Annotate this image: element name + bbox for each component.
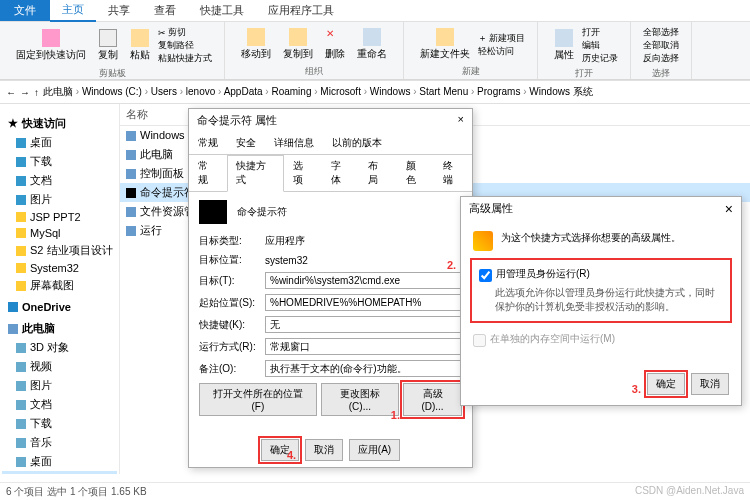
dlg-tab[interactable]: 常规 [189,132,227,154]
tab-share[interactable]: 共享 [96,0,142,21]
sidebar-item[interactable]: 图片 [2,190,117,209]
crumb[interactable]: Users [151,86,186,97]
copyto-button[interactable]: 复制到 [279,26,317,63]
crumb[interactable]: Programs [477,86,529,97]
group-open: 打开 [575,67,593,80]
tab-app-tools[interactable]: 应用程序工具 [256,0,346,21]
separate-memory-checkbox [473,334,486,347]
target-type: 应用程序 [265,234,305,248]
sidebar-item[interactable]: MySql [2,225,117,241]
quick-access[interactable]: ★ 快速访问 [2,114,117,133]
sidebar-item[interactable]: 桌面 [2,133,117,152]
ribbon-tabs: 文件 主页 共享 查看 快捷工具 应用程序工具 [0,0,750,22]
close-icon[interactable]: × [725,201,733,217]
easyaccess-button[interactable]: 轻松访问 [478,45,525,58]
sidebar-item[interactable]: 图片 [2,376,117,395]
status-left: 6 个项目 选中 1 个项目 1.65 KB [6,485,147,498]
copypath-button[interactable]: 复制路径 [158,39,212,52]
close-icon[interactable]: × [458,113,464,128]
nav-back-icon[interactable]: ← [6,87,16,98]
crumb[interactable]: 此电脑 [43,86,82,97]
annotation-3: 3. [632,383,641,395]
history-button[interactable]: 历史记录 [582,52,618,65]
run-as-admin-checkbox[interactable] [479,269,492,282]
sidebar-item[interactable]: 文档 [2,171,117,190]
properties-button[interactable]: 属性 [550,27,578,64]
tab-shortcut-tools[interactable]: 快捷工具 [188,0,256,21]
open-location-button[interactable]: 打开文件所在的位置(F) [199,383,317,416]
copy-button[interactable]: 复制 [94,27,122,64]
group-select: 选择 [652,67,670,80]
dlg-subtab[interactable]: 字体 [322,155,360,191]
this-pc[interactable]: 此电脑 [2,319,117,338]
sidebar-item[interactable]: S2 结业项目设计 [2,241,117,260]
crumb[interactable]: Windows 系统 [529,86,592,97]
crumb[interactable]: Start Menu [419,86,477,97]
target-input[interactable] [265,272,462,289]
sidebar-item[interactable]: System32 [2,260,117,276]
crumb[interactable]: Windows [370,86,419,97]
dlg-subtab[interactable]: 快捷方式 [227,155,284,192]
ok2-button[interactable]: 确定 [647,373,685,395]
cancel-button[interactable]: 取消 [305,439,343,461]
dlg-tab[interactable]: 以前的版本 [323,132,391,154]
dlg-subtab[interactable]: 颜色 [397,155,435,191]
comment-input[interactable] [265,360,462,377]
advanced-desc: 为这个快捷方式选择你想要的高级属性。 [501,231,681,245]
sidebar: ★ 快速访问 桌面下载文档图片JSP PPT2MySqlS2 结业项目设计Sys… [0,104,120,474]
group-clipboard: 剪贴板 [99,67,126,80]
selectnone-button[interactable]: 全部取消 [643,39,679,52]
dialog2-title: 高级属性 [469,201,513,217]
group-organize: 组织 [305,65,323,78]
apply-button[interactable]: 应用(A) [349,439,400,461]
dlg-subtab[interactable]: 选项 [284,155,322,191]
cut-button[interactable]: ✂ 剪切 [158,26,212,39]
advanced-button[interactable]: 高级(D)... [403,383,462,416]
selectall-button[interactable]: 全部选择 [643,26,679,39]
sidebar-item[interactable]: JSP PPT2 [2,209,117,225]
onedrive[interactable]: OneDrive [2,299,117,315]
nav-up-icon[interactable]: ↑ [34,87,39,98]
breadcrumb[interactable]: ← → ↑ 此电脑Windows (C:)UserslenovoAppDataR… [0,80,750,104]
watermark: CSDN @Aiden.Net.Java [635,485,744,498]
crumb[interactable]: Microsoft [320,86,369,97]
newitem-button[interactable]: ＋新建项目 [478,32,525,45]
open-button[interactable]: 打开 [582,26,618,39]
sidebar-item[interactable]: 视频 [2,357,117,376]
sidebar-item[interactable]: Windows (C:) [2,471,117,474]
nav-fwd-icon[interactable]: → [20,87,30,98]
sidebar-item[interactable]: 桌面 [2,452,117,471]
sidebar-item[interactable]: 音乐 [2,433,117,452]
sidebar-item[interactable]: 下载 [2,414,117,433]
dlg-subtab[interactable]: 终端 [434,155,472,191]
sidebar-item[interactable]: 屏幕截图 [2,276,117,295]
invert-button[interactable]: 反向选择 [643,52,679,65]
edit-button[interactable]: 编辑 [582,39,618,52]
newfolder-button[interactable]: 新建文件夹 [416,26,474,63]
crumb[interactable]: Windows (C:) [82,86,151,97]
moveto-button[interactable]: 移动到 [237,26,275,63]
sidebar-item[interactable]: 3D 对象 [2,338,117,357]
tab-home[interactable]: 主页 [50,0,96,22]
paste-button[interactable]: 粘贴 [126,27,154,64]
rename-button[interactable]: 重命名 [353,26,391,63]
crumb[interactable]: Roaming [271,86,320,97]
runmode-select[interactable] [265,338,462,355]
cancel2-button[interactable]: 取消 [691,373,729,395]
dlg-tab[interactable]: 详细信息 [265,132,323,154]
startin-input[interactable] [265,294,462,311]
delete-button[interactable]: ✕删除 [321,26,349,63]
tab-view[interactable]: 查看 [142,0,188,21]
pin-button[interactable]: 固定到快速访问 [12,27,90,64]
sidebar-item[interactable]: 文档 [2,395,117,414]
dlg-subtab[interactable]: 布局 [359,155,397,191]
sidebar-item[interactable]: 下载 [2,152,117,171]
pasteshortcut-button[interactable]: 粘贴快捷方式 [158,52,212,65]
hotkey-input[interactable] [265,316,462,333]
dlg-tab[interactable]: 安全 [227,132,265,154]
crumb[interactable]: AppData [224,86,272,97]
change-icon-button[interactable]: 更改图标(C)... [321,383,399,416]
file-tab[interactable]: 文件 [0,0,50,21]
dlg-subtab[interactable]: 常规 [189,155,227,191]
crumb[interactable]: lenovo [186,86,224,97]
